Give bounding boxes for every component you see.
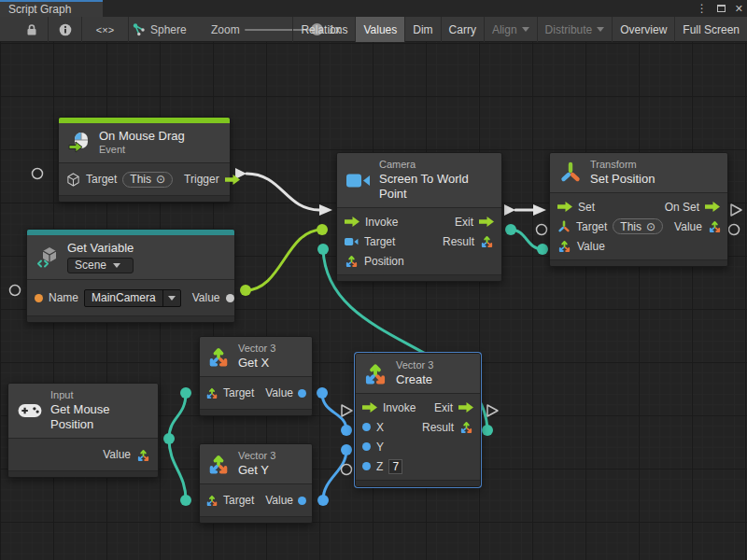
toolbar-button-dim[interactable]: Dim — [404, 17, 440, 42]
flow-arrow-icon[interactable] — [705, 202, 720, 212]
y-port-dot[interactable] — [362, 442, 371, 451]
port-create-x-in[interactable] — [341, 425, 352, 436]
tab-title: Script Graph — [8, 3, 71, 16]
target-picker-icon[interactable]: ⊙ — [156, 173, 165, 186]
x-port-dot[interactable] — [362, 423, 371, 431]
target-picker-icon[interactable]: ⊙ — [646, 220, 655, 233]
port-label-target: Target — [223, 494, 254, 507]
port-gety-value-out[interactable] — [317, 495, 329, 506]
flow-arrowhead — [319, 204, 332, 216]
port-label-invoke: Invoke — [383, 401, 416, 414]
tab-script-graph[interactable]: Script Graph — [0, 0, 103, 17]
port-setposition-value-out-empty[interactable] — [729, 225, 740, 235]
maximize-icon[interactable] — [717, 5, 726, 12]
port-camera-position-in[interactable] — [317, 244, 329, 255]
wire-variable-to-camera-target[interactable] — [246, 230, 322, 290]
flow-arrow-icon[interactable] — [225, 175, 240, 185]
node-screen-to-world-point[interactable]: Camera Screen To World Point Invoke Exit… — [336, 152, 502, 282]
node-create-vector3[interactable]: Vector 3 Create Invoke Exit X Result — [355, 353, 481, 487]
vector3-icon[interactable] — [345, 254, 359, 268]
info-button[interactable] — [49, 17, 82, 42]
vector3-icon[interactable] — [205, 386, 218, 399]
vector3-icon[interactable] — [557, 239, 571, 253]
node-get-x[interactable]: Vector 3 Get X Target Value — [199, 336, 313, 416]
lock-button[interactable] — [15, 17, 49, 42]
node-title: Get Mouse Position — [50, 402, 148, 433]
toolbar-button-overview[interactable]: Overview — [612, 17, 674, 42]
port-setposition-target-empty[interactable] — [537, 225, 547, 235]
port-mouseposition-value-out[interactable] — [163, 433, 175, 444]
camera-icon[interactable] — [345, 237, 359, 246]
value-port-dot[interactable] — [298, 497, 306, 505]
node-on-mouse-drag[interactable]: On Mouse Drag Event Target This ⊙ Trigge… — [58, 117, 231, 203]
graph-canvas[interactable]: On Mouse Drag Event Target This ⊙ Trigge… — [0, 42, 747, 560]
vector3-icon[interactable] — [459, 420, 473, 434]
name-port-dot[interactable] — [35, 294, 43, 302]
port-variable-value-out[interactable] — [240, 285, 251, 296]
variable-name-dropdown[interactable]: MainCamera — [84, 289, 181, 307]
vector3-icon[interactable] — [480, 234, 494, 248]
node-set-position[interactable]: Transform Set Position Set On Set Target… — [549, 152, 728, 267]
port-create-invoke-empty[interactable] — [342, 405, 352, 416]
toolbar-button-fullscreen[interactable]: Full Screen — [674, 17, 747, 42]
flow-arrow-icon[interactable] — [362, 402, 377, 413]
flow-arrow-icon[interactable] — [479, 217, 494, 227]
port-create-result-out[interactable] — [482, 425, 493, 436]
wire-trigger-to-invoke[interactable] — [247, 174, 319, 210]
port-create-y-in[interactable] — [341, 444, 352, 455]
vector3-icon[interactable] — [136, 448, 150, 462]
wire-getx-value-to-create-x[interactable] — [322, 393, 346, 430]
lock-icon — [25, 23, 38, 36]
port-gety-target-in[interactable] — [180, 495, 191, 506]
port-onset-empty[interactable] — [731, 204, 741, 216]
node-title: Create — [396, 372, 433, 387]
vector3-icon[interactable] — [708, 219, 722, 233]
z-value-field[interactable]: 7 — [388, 459, 402, 474]
wire-mouseposition-to-gety-target[interactable] — [169, 439, 186, 500]
flow-arrow-icon[interactable] — [557, 202, 572, 212]
port-omd-target-empty[interactable] — [33, 169, 43, 179]
port-getx-value-out[interactable] — [317, 387, 328, 399]
code-view-button[interactable]: <×> — [82, 17, 129, 42]
port-label-value: Value — [265, 386, 293, 399]
value-port-dot[interactable] — [298, 389, 306, 398]
transform-icon[interactable] — [557, 220, 571, 233]
port-label-value: Value — [103, 448, 131, 461]
flow-arrow-icon[interactable] — [345, 217, 359, 227]
z-port-dot[interactable] — [362, 462, 371, 470]
window-menu-icon[interactable]: ⋮ — [697, 2, 708, 15]
node-category: Vector 3 — [396, 359, 433, 372]
value-port-dot[interactable] — [226, 294, 234, 302]
port-create-z-empty[interactable] — [342, 465, 352, 475]
toolbar-button-carry[interactable]: Carry — [441, 17, 484, 42]
port-setposition-value-in[interactable] — [537, 244, 548, 255]
wire-mouseposition-to-getx-target[interactable] — [169, 393, 186, 439]
port-getx-target-in[interactable] — [180, 387, 191, 399]
port-variable-name-empty[interactable] — [10, 286, 21, 296]
toolbar-button-values[interactable]: Values — [355, 17, 404, 42]
wire-gety-value-to-create-y[interactable] — [323, 450, 346, 500]
port-camera-target-in[interactable] — [317, 224, 328, 235]
graph-name-label[interactable]: Sphere — [150, 23, 187, 36]
this-chip[interactable]: This ⊙ — [122, 172, 173, 188]
this-chip[interactable]: This ⊙ — [613, 218, 663, 234]
port-label-value: Value — [192, 291, 220, 304]
port-label-exit: Exit — [434, 401, 453, 414]
port-camera-result-out[interactable] — [505, 224, 516, 235]
port-create-exit-empty[interactable] — [487, 405, 498, 416]
port-label-value: Value — [265, 494, 293, 507]
node-get-mouse-position[interactable]: Input Get Mouse Position Value — [7, 383, 159, 478]
toolbar-button-relations[interactable]: Relations — [292, 17, 355, 42]
port-label-result: Result — [422, 421, 454, 434]
toolbar-button-distribute[interactable]: Distribute — [537, 17, 613, 42]
vector3-icon[interactable] — [205, 494, 218, 507]
node-title: Screen To World Point — [379, 172, 492, 203]
toolbar-button-align[interactable]: Align — [484, 17, 537, 42]
close-icon[interactable]: ✕ — [735, 3, 743, 15]
port-label-target: Target — [364, 235, 395, 248]
variable-scope-dropdown[interactable]: Scene — [67, 258, 134, 273]
node-get-variable[interactable]: Get Variable Scene Name MainCamera — [26, 229, 235, 323]
flow-arrow-icon[interactable] — [458, 402, 473, 413]
port-label-position: Position — [364, 255, 404, 268]
node-get-y[interactable]: Vector 3 Get Y Target Value — [199, 443, 313, 524]
